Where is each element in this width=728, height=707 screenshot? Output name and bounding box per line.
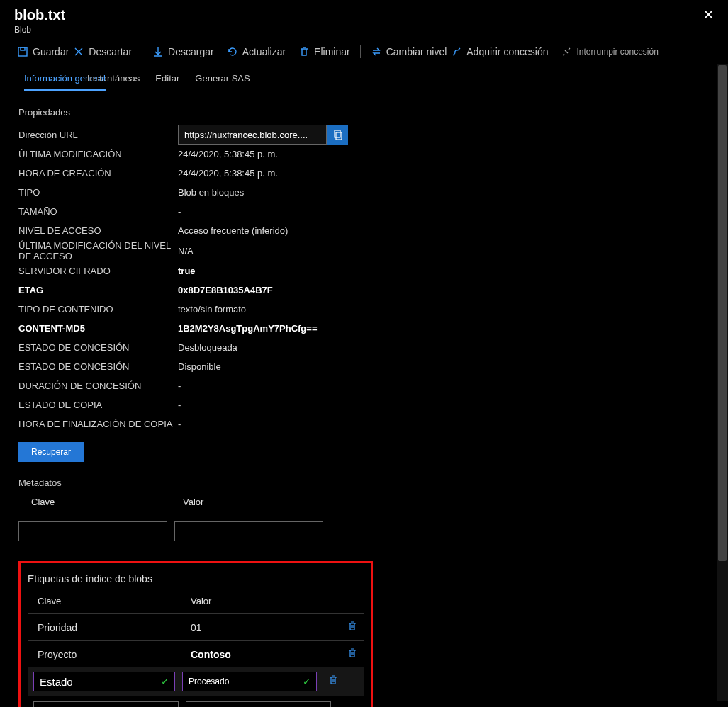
tag-key: Prioridad xyxy=(28,622,191,633)
property-value: Acceso frecuente (inferido) xyxy=(178,225,288,236)
refresh-button[interactable]: Actualizar xyxy=(221,43,291,60)
change-tier-button[interactable]: Cambiar nivel xyxy=(365,43,453,60)
svg-rect-3 xyxy=(336,132,342,140)
property-label: Dirección URL xyxy=(18,130,178,140)
property-label: ESTADO DE COPIA xyxy=(18,400,178,410)
toolbar: Guardar Descartar Descargar Actualizar E… xyxy=(0,39,728,64)
property-label: ETAG xyxy=(18,285,178,295)
property-label: CONTENT-MD5 xyxy=(18,323,178,334)
property-value: - xyxy=(178,206,181,217)
download-button[interactable]: Descargar xyxy=(147,43,220,60)
property-value: 0x8D7E8B1035A4B7F xyxy=(178,285,273,295)
property-label: DURACIÓN DE CONCESIÓN xyxy=(18,380,178,391)
property-value: 1B2M2Y8AsgTpgAmY7PhCfg== xyxy=(178,323,318,334)
properties-heading: Propiedades xyxy=(18,107,710,118)
property-row-url: Dirección URL xyxy=(18,125,710,145)
metadata-key-input[interactable] xyxy=(18,521,167,541)
property-row: ÚLTIMA MODIFICACIÓN DEL NIVEL DE ACCESON… xyxy=(18,240,710,261)
property-value: true xyxy=(178,266,196,276)
svg-rect-2 xyxy=(335,130,340,137)
tag-row: Prioridad01 xyxy=(28,613,364,640)
property-label: ESTADO DE CONCESIÓN xyxy=(18,342,178,353)
link-icon xyxy=(451,46,462,57)
property-value: N/A xyxy=(178,246,194,256)
close-icon[interactable]: ✕ xyxy=(703,7,714,23)
property-row: NIVEL DE ACCESOAcceso frecuente (inferid… xyxy=(18,221,710,240)
property-row: HORA DE CREACIÓN24/4/2020, 5:38:45 p. m. xyxy=(18,164,710,183)
trash-icon xyxy=(327,674,339,686)
property-row: TIPOBlob en bloques xyxy=(18,183,710,202)
tags-columns: Clave Valor xyxy=(28,596,364,606)
property-row: ÚLTIMA MODIFICACIÓN24/4/2020, 5:38:45 p.… xyxy=(18,145,710,164)
property-label: TIPO xyxy=(18,187,178,198)
property-label: TIPO DE CONTENIDO xyxy=(18,304,178,315)
copy-icon xyxy=(332,130,343,140)
property-row: ESTADO DE CONCESIÓNDisponible xyxy=(18,357,710,376)
property-value: texto/sin formato xyxy=(178,304,246,315)
copy-button[interactable] xyxy=(327,125,348,145)
metadata-value-input[interactable] xyxy=(174,521,323,541)
tag-value: 01 xyxy=(191,622,341,633)
delete-button[interactable]: Eliminar xyxy=(293,43,356,60)
swap-icon xyxy=(371,46,382,57)
tag-key-input[interactable] xyxy=(33,672,175,691)
property-value: - xyxy=(178,380,181,391)
property-label: HORA DE CREACIÓN xyxy=(18,168,178,179)
separator xyxy=(142,45,142,58)
new-tag-value-input[interactable] xyxy=(186,701,331,707)
tag-value-input[interactable] xyxy=(182,672,317,691)
tags-heading: Etiquetas de índice de blobs xyxy=(28,573,364,584)
panel-header: blob.txt Blob ✕ xyxy=(0,0,728,39)
property-label: ÚLTIMA MODIFICACIÓN DEL NIVEL DE ACCESO xyxy=(18,240,178,261)
property-label: TAMAÑO xyxy=(18,206,178,217)
discard-button[interactable]: Descartar xyxy=(67,43,138,60)
property-value: Disponible xyxy=(178,361,221,372)
property-row: CONTENT-MD51B2M2Y8AsgTpgAmY7PhCfg== xyxy=(18,319,710,338)
tab-generate-sas[interactable]: Generar SAS xyxy=(195,67,250,91)
download-icon xyxy=(152,46,164,57)
property-value: - xyxy=(178,419,181,429)
url-input[interactable] xyxy=(178,125,327,145)
property-row: TAMAÑO- xyxy=(18,202,710,221)
tag-value: Contoso xyxy=(191,649,341,660)
break-lease-button[interactable]: Interrumpir concesión xyxy=(555,43,663,60)
property-row: ETAG0x8D7E8B1035A4B7F xyxy=(18,281,710,300)
property-row: ESTADO DE CONCESIÓNDesbloqueada xyxy=(18,338,710,357)
recover-button[interactable]: Recuperar xyxy=(18,442,84,462)
page-title: blob.txt xyxy=(14,7,65,23)
new-tag-key-input[interactable] xyxy=(33,701,179,707)
tag-edit-row: ✓ ✓ xyxy=(28,667,364,696)
svg-rect-0 xyxy=(18,47,27,56)
break-link-icon xyxy=(561,46,572,57)
property-value: - xyxy=(178,400,181,410)
svg-rect-1 xyxy=(21,47,25,50)
tag-row: ProyectoContoso xyxy=(28,640,364,667)
acquire-lease-button[interactable]: Adquirir concesión xyxy=(445,43,554,60)
property-label: NIVEL DE ACCESO xyxy=(18,225,178,236)
delete-tag-button[interactable] xyxy=(324,674,342,689)
tab-snapshots[interactable]: Instantáneas xyxy=(87,67,140,91)
tags-value-header: Valor xyxy=(191,596,211,606)
blob-index-tags-section: Etiquetas de índice de blobs Clave Valor… xyxy=(18,561,373,707)
metadata-columns: Clave Valor xyxy=(18,497,710,507)
content-area: Propiedades Dirección URL ÚLTIMA MODIFIC… xyxy=(0,91,728,707)
tab-edit[interactable]: Editar xyxy=(155,67,179,91)
tag-key: Proyecto xyxy=(28,649,191,660)
property-value: Desbloqueada xyxy=(178,342,237,353)
save-button[interactable]: Guardar xyxy=(11,43,74,60)
property-label: ÚLTIMA MODIFICACIÓN xyxy=(18,149,178,159)
tabs: Información general Instantáneas Editar … xyxy=(0,64,728,91)
delete-tag-button[interactable] xyxy=(341,647,364,661)
property-row: HORA DE FINALIZACIÓN DE COPIA- xyxy=(18,414,710,434)
metadata-heading: Metadatos xyxy=(18,477,710,488)
refresh-icon xyxy=(227,46,238,57)
property-label: ESTADO DE CONCESIÓN xyxy=(18,361,178,372)
metadata-key-header: Clave xyxy=(18,497,183,507)
property-label: HORA DE FINALIZACIÓN DE COPIA xyxy=(18,419,178,429)
delete-tag-button[interactable] xyxy=(341,621,364,634)
scrollbar-thumb[interactable] xyxy=(718,65,727,561)
separator xyxy=(360,45,361,58)
page-subtitle: Blob xyxy=(14,25,65,35)
property-value: 24/4/2020, 5:38:45 p. m. xyxy=(178,149,278,159)
property-label: SERVIDOR CIFRADO xyxy=(18,266,178,276)
